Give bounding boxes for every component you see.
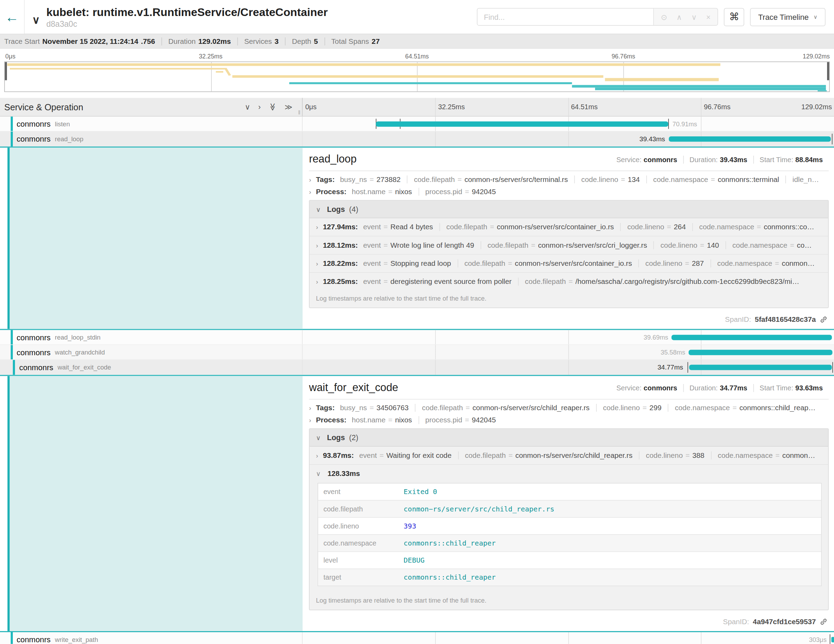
log-entry[interactable]: › 128.12ms: eventWrote log line of lengt… [310,236,828,254]
span-bar-listen[interactable] [376,121,668,126]
tag-kv: busy_ns273882 [340,175,407,183]
span-name-cell[interactable]: conmonrs watch_grandchild [0,345,302,359]
span-id-value: 4a947cfd1ce59537 [753,618,816,626]
span-name-cell[interactable]: conmonrs read_loop_stdin [0,330,302,345]
tags-row[interactable]: › Tags: busy_ns273882 code.filepathconmo… [309,175,829,183]
log-entry[interactable]: › 127.94ms: eventRead 4 bytes code.filep… [310,218,828,236]
process-row[interactable]: › Process: host.namenixos process.pid942… [309,188,829,196]
detail-tree-offset [8,376,303,631]
detail-span-name: wait_for_exit_code [309,381,398,393]
span-timeline-cell: 35.58ms [302,345,834,359]
span-bar-write-exit-path[interactable] [831,637,834,642]
log-entry[interactable]: › 128.25ms: eventderegistering event sou… [310,272,828,290]
back-button[interactable]: ← [0,0,25,34]
deep-link-icon[interactable] [820,618,828,626]
span-timeline-cell: 303μs [302,632,834,644]
span-detail-read-loop: read_loop Service:conmonrs Duration:39.4… [0,146,834,330]
deep-link-icon[interactable] [820,316,828,324]
find-prev-icon[interactable]: ∧ [676,13,682,21]
chevron-down-icon: ∨ [316,434,321,442]
log-entry[interactable]: › 128.22ms: eventStopping read loop code… [310,254,828,272]
span-bar-wait-for-exit-code[interactable] [689,365,832,370]
span-row-write-exit-path: conmonrs write_exit_path 303μs [0,632,834,644]
span-row-wait-for-exit-code: conmonrs wait_for_exit_code 34.77ms [0,360,834,375]
expand-one-icon[interactable]: › [258,104,260,111]
trace-id: d8a3a0c [46,19,328,28]
table-row: event Exited 0 [318,484,821,500]
page-title: kubelet: runtime.v1.RuntimeService/Creat… [46,6,328,18]
span-name-cell[interactable]: conmonrs listen [0,117,302,131]
view-dropdown-button[interactable]: Trace Timeline ∨ [750,8,826,26]
service-operation-header: Service & Operation ∨ › ≫ ≫ ‖ [0,98,302,116]
view-dropdown-label: Trace Timeline [758,13,809,21]
chevron-right-icon: › [316,241,318,249]
collapse-all-icon[interactable]: ≫ [269,103,276,111]
service-color-bar [11,345,13,359]
minimap-scrubber-left[interactable] [5,62,7,80]
span-row-read-loop: conmonrs read_loop 39.43ms [0,131,834,146]
trace-page: ← ∨ kubelet: runtime.v1.RuntimeService/C… [0,0,834,644]
chevron-down-icon: ∨ [316,206,321,214]
span-timeline-cell: 39.43ms [302,131,834,146]
expand-all-icon[interactable]: ≫ [284,104,293,111]
span-row-listen: conmonrs listen 70.91ms [0,117,834,131]
find-clear-icon[interactable]: × [706,13,711,21]
span-bar-read-loop-stdin[interactable] [671,335,832,340]
span-tick [830,634,831,644]
detail-tree-offset [8,147,303,329]
trace-depth: Depth5 [285,37,324,45]
service-color-bar [11,632,13,644]
span-duration-label: 39.43ms [639,135,665,143]
chevron-right-icon: › [316,223,318,231]
chevron-right-icon: › [309,404,311,412]
log-entry-expanded-header[interactable]: ∨ 128.33ms [310,465,828,479]
timeline-header: Service & Operation ∨ › ≫ ≫ ‖ 0μs 32.25m… [0,98,834,117]
process-row[interactable]: › Process: host.namenixos process.pid942… [309,416,829,424]
span-name-cell[interactable]: conmonrs wait_for_exit_code [0,360,302,375]
span-bar-read-loop[interactable] [669,136,831,142]
spanid-row: SpanID: 4a947cfd1ce59537 [309,613,829,629]
service-operation-title: Service & Operation [4,102,83,112]
span-tick [832,362,833,373]
find-next-icon[interactable]: ∨ [692,13,697,21]
tag-kv: code.namespaceconmonrs::terminal [646,175,785,183]
log-entry[interactable]: › 93.87ms: eventWaiting for exit code co… [310,447,828,464]
span-bar-watch-grandchild[interactable] [688,350,832,355]
service-color-bar [11,117,13,131]
detail-meta: Service:conmonrs Duration:39.43ms Start … [610,155,828,163]
find-target-icon[interactable]: ⊙ [661,13,667,21]
logs-section: ∨ Logs (4) › 127.94ms: eventRead 4 bytes… [309,200,829,308]
minimap-scrubber-right[interactable] [827,62,829,80]
detail-body: wait_for_exit_code Service:conmonrs Dura… [309,376,829,631]
span-detail-wait-for-exit-code: wait_for_exit_code Service:conmonrs Dura… [0,375,834,632]
spanid-row: SpanID: 5faf48165428c37a [309,311,829,327]
detail-duration: Duration:34.77ms [683,384,753,392]
keyboard-shortcuts-button[interactable]: ⌘ [724,8,744,26]
title-collapse-icon[interactable]: ∨ [32,13,40,26]
chevron-right-icon: › [309,188,311,196]
span-name-cell[interactable]: conmonrs read_loop [0,131,302,146]
span-timeline-cell: 34.77ms [302,360,834,375]
chevron-right-icon: › [309,176,311,183]
logs-header[interactable]: ∨ Logs (4) [310,201,828,218]
logs-header[interactable]: ∨ Logs (2) [310,429,828,447]
span-row-watch-grandchild: conmonrs watch_grandchild 35.58ms [0,345,834,360]
find-input[interactable] [477,9,653,25]
logs-footnote: Log timestamps are relative to the start… [310,291,828,307]
span-duration-label: 34.77ms [657,364,683,371]
minimap-canvas[interactable] [4,61,829,92]
divider [309,399,829,400]
span-duration-label: 303μs [809,636,827,643]
table-row: target conmonrs::child_reaper [318,568,821,586]
collapse-one-icon[interactable]: ∨ [245,104,251,111]
tag-kv: code.filepathconmon-rs/server/src/termin… [407,175,574,183]
span-duration-label: 35.58ms [661,348,685,356]
process-kv: host.namenixos [352,188,419,196]
chevron-right-icon: › [309,416,311,424]
span-tick [668,119,669,129]
span-name-cell[interactable]: conmonrs write_exit_path [0,632,302,644]
column-resize-grip[interactable]: ‖ [298,109,301,115]
table-row: code.namespace conmonrs::child_reaper [318,534,821,552]
find-group: ⊙ ∧ ∨ × [477,8,718,26]
tags-row[interactable]: › Tags: busy_ns34506763 code.filepathcon… [309,404,829,412]
